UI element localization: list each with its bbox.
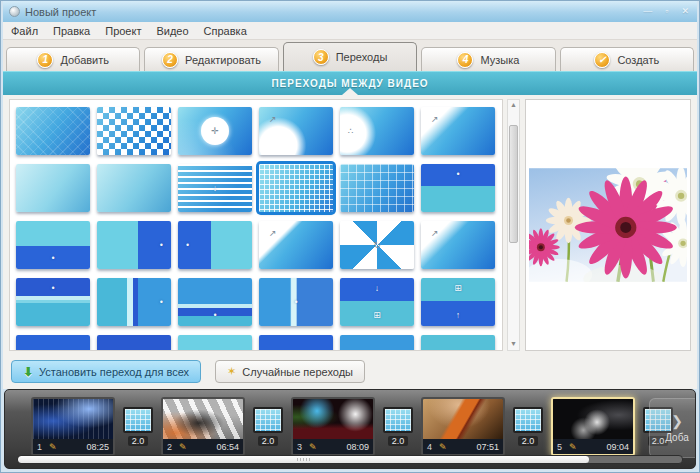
timeline-transition[interactable]: 2.0	[513, 407, 543, 446]
transition-push-up[interactable]: ⊞↑	[421, 278, 495, 326]
transition-grid-coarse[interactable]	[340, 164, 414, 212]
transition-band-center[interactable]: •	[259, 278, 333, 326]
set-all-transitions-button[interactable]: ⬇ Установить переход для всех	[11, 360, 201, 383]
timeline-clip-1[interactable]: 1 ✎ 08:25	[31, 397, 115, 456]
clip-thumbnail	[553, 399, 633, 439]
transition-direction-icon: •	[160, 298, 163, 307]
clip-number: 1	[37, 442, 45, 452]
transition-direction-icon: ⊞	[454, 284, 462, 293]
tab-добавить[interactable]: 1 Добавить	[6, 47, 140, 71]
transition-row5-a[interactable]	[16, 335, 90, 351]
random-transitions-button[interactable]: ✶ Случайные переходы	[215, 360, 365, 383]
app-icon	[9, 6, 20, 17]
transitions-grid: ✛↗∴↗↓••••↗↻↗••••↓⊞⊞↑	[9, 99, 503, 351]
transition-band-horizontal[interactable]: •	[16, 278, 90, 326]
transition-grid-fine[interactable]	[259, 164, 333, 212]
scroll-up-icon[interactable]: ▲	[510, 100, 517, 111]
edit-pencil-icon[interactable]: ✎	[309, 442, 317, 452]
timeline-clip-5[interactable]: 5 ✎ 09:04	[551, 397, 635, 456]
transition-row5-e[interactable]	[340, 335, 414, 351]
scroll-thumb[interactable]	[509, 125, 518, 244]
menu-item-проект[interactable]: Проект	[105, 25, 141, 37]
set-all-label: Установить переход для всех	[39, 366, 189, 378]
step-tab-label: Переходы	[336, 51, 388, 63]
menu-item-файл[interactable]: Файл	[11, 25, 38, 37]
grid-scrollbar[interactable]: ▲ ▼	[507, 99, 520, 351]
transition-row5-d[interactable]	[259, 335, 333, 351]
clip-number: 2	[167, 442, 175, 452]
timeline-scroll-thumb[interactable]	[18, 456, 589, 463]
timeline-clip-3[interactable]: 3 ✎ 08:09	[291, 397, 375, 456]
add-arrow-icon: ❯	[671, 414, 683, 428]
transition-direction-icon: •	[51, 284, 54, 293]
transition-circle-from-corner[interactable]: ↗	[259, 107, 333, 155]
transition-push-down[interactable]: ↓⊞	[340, 278, 414, 326]
menu-item-правка[interactable]: Правка	[53, 25, 90, 37]
menu-item-справка[interactable]: Справка	[204, 25, 247, 37]
clip-duration: 09:04	[606, 442, 629, 452]
step-tab-label: Добавить	[60, 54, 109, 66]
edit-pencil-icon[interactable]: ✎	[569, 442, 577, 452]
tab-музыка[interactable]: 4 Музыка	[421, 47, 555, 71]
menu-bar: ФайлПравкаПроектВидеоСправка	[3, 22, 697, 40]
minimize-icon[interactable]: —	[643, 7, 652, 16]
transition-direction-icon: ↻	[373, 241, 381, 250]
clip-thumbnail	[163, 399, 243, 439]
close-icon[interactable]: ✕	[681, 7, 689, 16]
transition-row5-b[interactable]	[97, 335, 171, 351]
transition-corner-triangle[interactable]: ↗	[259, 221, 333, 269]
transition-direction-icon: •	[51, 254, 54, 263]
tab-создать[interactable]: ✓ Создать	[560, 47, 694, 71]
transition-split-right[interactable]: •	[97, 221, 171, 269]
transition-direction-icon: ↓	[375, 284, 380, 293]
transition-circle-center[interactable]: ✛	[178, 107, 252, 155]
timeline-transition[interactable]: 2.0	[383, 407, 413, 446]
transition-pinwheel[interactable]: ↻	[340, 221, 414, 269]
edit-pencil-icon[interactable]: ✎	[439, 442, 447, 452]
transition-wipe-diagonal[interactable]: ↗	[421, 107, 495, 155]
content-area: ✛↗∴↗↓••••↗↻↗••••↓⊞⊞↑ ▲ ▼	[3, 95, 697, 389]
transition-direction-icon: ↗	[269, 229, 277, 238]
transition-fade-soft-2[interactable]	[97, 164, 171, 212]
transition-split-bottom[interactable]: •	[16, 221, 90, 269]
timeline-clips: 1 ✎ 08:25 2.0 2 ✎ 06:54 2.0	[31, 397, 673, 456]
add-clip-button[interactable]: ❯ Доба	[649, 398, 696, 458]
transition-split-top[interactable]: •	[421, 164, 495, 212]
timeline-transition[interactable]: 2.0	[253, 407, 283, 446]
scroll-grip-icon	[297, 458, 311, 461]
maximize-icon[interactable]: ▫	[665, 7, 668, 16]
transition-circle-from-left[interactable]: ∴	[340, 107, 414, 155]
menu-item-видео[interactable]: Видео	[156, 25, 188, 37]
transition-row5-f[interactable]	[421, 335, 495, 351]
timeline-clip-4[interactable]: 4 ✎ 07:51	[421, 397, 505, 456]
clip-duration: 08:09	[346, 442, 369, 452]
transition-direction-icon: ∴	[348, 127, 354, 136]
transition-wipe-diagonal-large[interactable]: ↗	[421, 221, 495, 269]
timeline-transition[interactable]: 2.0	[123, 407, 153, 446]
transition-row5-c[interactable]	[178, 335, 252, 351]
step-badge-icon: 1	[37, 52, 53, 68]
transition-dissolve-checkerboard[interactable]	[97, 107, 171, 155]
clip-thumbnail	[423, 399, 503, 439]
transition-blinds-horizontal[interactable]: ↓	[178, 164, 252, 212]
transition-band-vertical[interactable]: •	[97, 278, 171, 326]
transition-direction-icon: •	[294, 298, 297, 307]
scroll-track[interactable]	[508, 111, 519, 339]
transition-split-left[interactable]: •	[178, 221, 252, 269]
action-buttons: ⬇ Установить переход для всех ✶ Случайны…	[11, 360, 365, 383]
timeline-clip-2[interactable]: 2 ✎ 06:54	[161, 397, 245, 456]
scroll-down-icon[interactable]: ▼	[510, 339, 517, 350]
transition-direction-icon: •	[186, 241, 189, 250]
step-badge-icon: 4	[457, 52, 473, 68]
timeline-scrollbar[interactable]	[17, 455, 683, 464]
tab-редактировать[interactable]: 2 Редактировать	[144, 47, 278, 71]
transition-band-low[interactable]: •	[178, 278, 252, 326]
tab-переходы[interactable]: 3 Переходы	[283, 42, 417, 71]
transition-duration: 2.0	[518, 436, 539, 446]
transition-dissolve-crosshatch[interactable]	[16, 107, 90, 155]
edit-pencil-icon[interactable]: ✎	[179, 442, 187, 452]
transition-direction-icon: ↑	[456, 311, 461, 320]
transition-fade-soft-1[interactable]	[16, 164, 90, 212]
clip-thumbnail	[33, 399, 113, 439]
edit-pencil-icon[interactable]: ✎	[49, 442, 57, 452]
